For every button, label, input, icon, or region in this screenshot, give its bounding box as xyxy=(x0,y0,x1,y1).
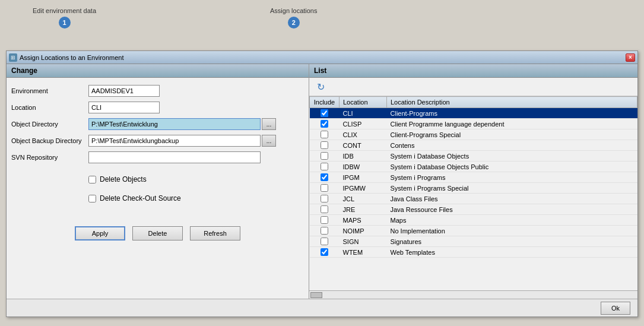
cell-include xyxy=(310,140,340,151)
environment-input[interactable] xyxy=(88,85,160,97)
table-row[interactable]: SIGNSignatures xyxy=(310,236,637,247)
title-bar: ⊞ Assign Locations to an Environment × xyxy=(7,51,637,64)
svn-repo-label: SVN Repository xyxy=(11,154,88,161)
cell-include xyxy=(310,236,340,247)
table-row[interactable]: JREJava Ressource Files xyxy=(310,204,637,215)
table-row[interactable]: IDBSystem i Database Objects xyxy=(310,151,637,162)
locations-table-container: Include Location Location Description CL… xyxy=(309,96,637,290)
ok-button[interactable]: Ok xyxy=(601,302,630,315)
environment-label: Environment xyxy=(11,87,88,94)
refresh-icon[interactable]: ↻ xyxy=(314,80,327,93)
apply-button[interactable]: Apply xyxy=(75,226,125,240)
svn-repo-input[interactable] xyxy=(88,151,261,163)
window-title: Assign Locations to an Environment xyxy=(20,54,124,61)
cell-description: System i Programs xyxy=(387,172,637,183)
cell-location: JCL xyxy=(340,194,387,204)
include-checkbox[interactable] xyxy=(321,109,328,117)
cell-location: NOIMP xyxy=(340,226,387,236)
delete-objects-checkbox[interactable] xyxy=(88,176,96,183)
table-row[interactable]: IPGMSystem i Programs xyxy=(310,172,637,183)
table-row[interactable]: CLISPClient Programme language dependent xyxy=(310,119,637,129)
include-checkbox[interactable] xyxy=(321,141,328,149)
toolbar-area: ↻ xyxy=(309,78,637,96)
action-buttons: Apply Delete Refresh xyxy=(11,226,304,240)
cell-description: Java Ressource Files xyxy=(387,204,637,215)
tooltip-assign: Assign locations 2 xyxy=(270,7,318,29)
table-row[interactable]: WTEMWeb Templates xyxy=(310,247,637,258)
delete-checkout-row: Delete Check-Out Source xyxy=(88,194,304,202)
horizontal-scrollbar[interactable] xyxy=(309,290,637,299)
close-button[interactable]: × xyxy=(626,53,635,62)
include-checkbox[interactable] xyxy=(321,163,328,170)
cell-include xyxy=(310,204,340,215)
tooltip-edit: Edit environment data 1 xyxy=(33,7,96,29)
include-checkbox[interactable] xyxy=(321,184,328,192)
cell-location: IPGM xyxy=(340,172,387,183)
delete-button[interactable]: Delete xyxy=(132,226,183,240)
table-row[interactable]: JCLJava Class Files xyxy=(310,194,637,204)
location-label: Location xyxy=(11,104,88,111)
left-panel: Change Environment Location Object Direc… xyxy=(7,64,309,299)
table-row[interactable]: MAPSMaps xyxy=(310,215,637,226)
cell-location: IDBW xyxy=(340,162,387,172)
include-checkbox[interactable] xyxy=(321,227,328,235)
table-row[interactable]: NOIMPNo Implementation xyxy=(310,226,637,236)
include-checkbox[interactable] xyxy=(321,152,328,160)
delete-objects-row: Delete Objects xyxy=(88,175,304,183)
include-checkbox[interactable] xyxy=(321,131,328,138)
cell-description: System i Database Objects xyxy=(387,151,637,162)
include-checkbox[interactable] xyxy=(321,216,328,224)
cell-location: MAPS xyxy=(340,215,387,226)
delete-objects-label: Delete Objects xyxy=(100,175,147,183)
cell-location: IDB xyxy=(340,151,387,162)
cell-include xyxy=(310,215,340,226)
object-directory-row: Object Directory ... xyxy=(11,118,304,130)
include-checkbox[interactable] xyxy=(321,195,328,202)
table-row[interactable]: CLIClient-Programs xyxy=(310,108,637,119)
bottom-bar: Ok xyxy=(7,299,637,316)
cell-description: Client-Programs Special xyxy=(387,129,637,140)
svn-repo-row: SVN Repository xyxy=(11,151,304,163)
cell-location: SIGN xyxy=(340,236,387,247)
cell-description: Web Templates xyxy=(387,247,637,258)
include-checkbox[interactable] xyxy=(321,238,328,245)
cell-description: Client-Programs xyxy=(387,108,637,119)
cell-description: No Implementation xyxy=(387,226,637,236)
refresh-button[interactable]: Refresh xyxy=(190,226,240,240)
tooltip-assign-label: Assign locations xyxy=(270,7,318,14)
cell-description: System i Database Objects Public xyxy=(387,162,637,172)
object-backup-browse-button[interactable]: ... xyxy=(262,135,276,147)
cell-location: CLISP xyxy=(340,119,387,129)
environment-row: Environment xyxy=(11,85,304,97)
include-checkbox[interactable] xyxy=(321,120,328,128)
cell-location: WTEM xyxy=(340,247,387,258)
cell-include xyxy=(310,162,340,172)
delete-checkout-checkbox[interactable] xyxy=(88,195,96,202)
tooltip-edit-label: Edit environment data xyxy=(33,7,96,14)
cell-location: JRE xyxy=(340,204,387,215)
include-checkbox[interactable] xyxy=(321,248,328,256)
tooltip-assign-badge: 2 xyxy=(288,17,300,29)
include-checkbox[interactable] xyxy=(321,173,328,181)
cell-include xyxy=(310,151,340,162)
delete-checkout-label: Delete Check-Out Source xyxy=(100,194,181,202)
cell-include xyxy=(310,119,340,129)
table-row[interactable]: CONTContens xyxy=(310,140,637,151)
include-checkbox[interactable] xyxy=(321,205,328,213)
table-header: Include Location Location Description xyxy=(310,97,637,108)
window-icon: ⊞ xyxy=(9,53,17,62)
object-directory-browse-button[interactable]: ... xyxy=(262,118,276,130)
cell-description: Contens xyxy=(387,140,637,151)
scrollbar-thumb[interactable] xyxy=(310,292,322,298)
table-row[interactable]: CLIXClient-Programs Special xyxy=(310,129,637,140)
table-row[interactable]: IPGMWSystem i Programs Special xyxy=(310,183,637,194)
object-directory-input[interactable] xyxy=(88,118,261,130)
table-row[interactable]: IDBWSystem i Database Objects Public xyxy=(310,162,637,172)
object-backup-input[interactable] xyxy=(88,135,261,147)
cell-description: Signatures xyxy=(387,236,637,247)
cell-description: Client Programme language dependent xyxy=(387,119,637,129)
cell-description: Java Class Files xyxy=(387,194,637,204)
cell-include xyxy=(310,247,340,258)
location-input[interactable] xyxy=(88,102,160,113)
cell-description: Maps xyxy=(387,215,637,226)
